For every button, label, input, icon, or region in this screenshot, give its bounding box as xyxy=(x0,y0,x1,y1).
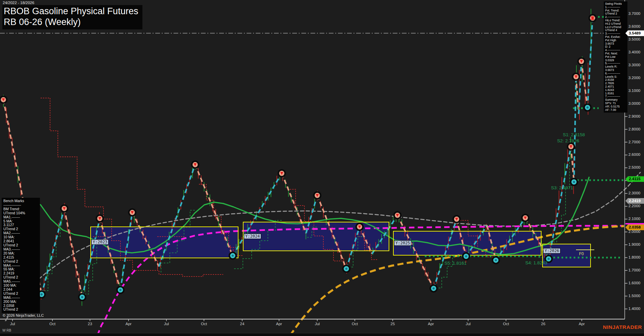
pivot-markers xyxy=(0,15,596,301)
bench-marks-line: UTrend 2 xyxy=(3,292,38,296)
time-tick-label: Apr xyxy=(125,322,132,326)
time-tick-label: 25 xyxy=(391,322,395,326)
price-tick-label: 2.7000 xyxy=(628,140,640,144)
contract-period: RB 06-26 (Weekly) xyxy=(4,17,138,27)
f0-label: F0 xyxy=(579,251,584,256)
instrument-name: RBOB Gasoline Physical Futures xyxy=(4,6,138,17)
price-tick-label: 2.2000 xyxy=(628,204,640,208)
chart-canvas[interactable]: F0 xyxy=(0,0,644,336)
scrollbar-strip[interactable] xyxy=(0,333,644,336)
support-level-label: S1: 2.8158 xyxy=(563,132,585,137)
bench-marks-line: 200 MA: xyxy=(3,300,38,304)
price-value-label: 2.2419 xyxy=(625,198,644,204)
year-box-label[interactable]: Y:2024 xyxy=(244,234,261,239)
time-tick-label: Oct xyxy=(201,322,207,326)
price-tick-label: 3.5000 xyxy=(628,37,640,41)
time-tick-label: Jul xyxy=(466,322,471,326)
year-box-label[interactable]: Y:2026 xyxy=(543,248,560,254)
bench-marks-line: BM Trend: xyxy=(3,207,38,211)
support-level-label: S4: 1.8243 xyxy=(525,260,547,265)
date-range: 24/2022 - 18/2026 xyxy=(3,1,34,5)
price-tick-label: 3.6000 xyxy=(628,24,640,28)
chart-title: RBOB Gasoline Physical Futures RB 06-26 … xyxy=(2,5,142,29)
year-box-label[interactable]: Y:2025 xyxy=(394,240,411,246)
time-tick-label: Jul xyxy=(10,322,15,326)
time-tick-label: Apr xyxy=(276,322,282,326)
swing-pivots-line: AF: 7.00 xyxy=(605,109,626,112)
bench-marks-line: UTrend 2 xyxy=(3,260,38,264)
ninjatrader-logo: NINJATRADER xyxy=(603,324,642,330)
price-value-label: 2.4115 xyxy=(625,176,644,182)
price-tick-label: 1.4000 xyxy=(628,307,640,311)
ninjatrader-chart-window: F0 24/2022 - 18/2026 RBOB Gasoline Physi… xyxy=(0,0,644,336)
support-level-label: S2: 2.7826 xyxy=(557,138,579,143)
bench-marks-line: MA6.------- xyxy=(3,296,38,300)
price-tick-label: 1.8000 xyxy=(628,255,640,259)
bench-marks-panel: Bench Marks---------------BM Trend:UTren… xyxy=(2,198,40,313)
price-tick-label: 3.2000 xyxy=(628,76,640,80)
time-tick-label: Jul xyxy=(315,322,320,326)
ma-value-stripe xyxy=(625,223,644,224)
price-bars xyxy=(3,9,591,306)
time-tick-label: Oct xyxy=(352,322,358,326)
year-box-label[interactable]: Y:2023 xyxy=(91,239,109,245)
price-tick-label: 1.5000 xyxy=(628,294,640,298)
price-tick-label: 1.7000 xyxy=(628,268,640,272)
price-tick-label: 2.8000 xyxy=(628,127,640,131)
support-level-label: S5: 1.8161 xyxy=(444,261,466,266)
bench-marks-line: 20 MA: xyxy=(3,251,38,256)
price-tick-label: 2.3000 xyxy=(628,191,640,195)
bench-marks-line: UTrend 104% xyxy=(3,211,38,215)
time-tick-label: Oct xyxy=(503,322,509,326)
price-tick-label: 3.3000 xyxy=(628,63,640,67)
instrument-tag: W RB xyxy=(2,329,11,332)
price-tick-label: 3.0000 xyxy=(628,101,640,105)
price-tick-label: 2.5000 xyxy=(628,165,640,169)
time-tick-label: Oct xyxy=(49,322,55,326)
bench-marks-line: 2.4115 xyxy=(3,256,38,260)
time-tick-label: Apr xyxy=(579,322,585,326)
time-tick-label: Jul xyxy=(164,322,169,326)
price-tick-label: 1.6000 xyxy=(628,281,640,285)
time-tick-label: Apr xyxy=(428,322,434,326)
price-tick-label: 2.6000 xyxy=(628,152,640,157)
time-tick-label: 24 xyxy=(240,322,245,326)
price-tick-label: 3.1000 xyxy=(628,89,640,93)
swing-pivots-panel: Swing Pivots1.-------------Pvt. Trend:UT… xyxy=(604,1,627,113)
price-tick-label: 1.9000 xyxy=(628,242,640,246)
copyright-watermark: © 2026 NinjaTrader, LLC xyxy=(3,313,44,317)
price-value-label: 3.5489 xyxy=(625,30,644,36)
price-value-label: 2.0358 xyxy=(625,224,644,230)
bench-marks-line: MA3.------- xyxy=(3,247,38,251)
bench-marks-line: UTrend 2 xyxy=(3,308,38,312)
price-tick-label: 3.7000 xyxy=(628,11,640,16)
support-level-label: S3: 2.4071 xyxy=(551,185,573,190)
price-tick-label: 2.1000 xyxy=(628,217,640,221)
axis-tick-marks xyxy=(13,14,627,321)
time-tick-label: 26 xyxy=(541,322,546,326)
bench-marks-line: MA1.------- xyxy=(3,215,38,219)
price-tick-label: 3.4000 xyxy=(628,50,640,54)
time-tick-label: 23 xyxy=(88,322,92,326)
price-tick-label: 2.9000 xyxy=(628,114,640,118)
